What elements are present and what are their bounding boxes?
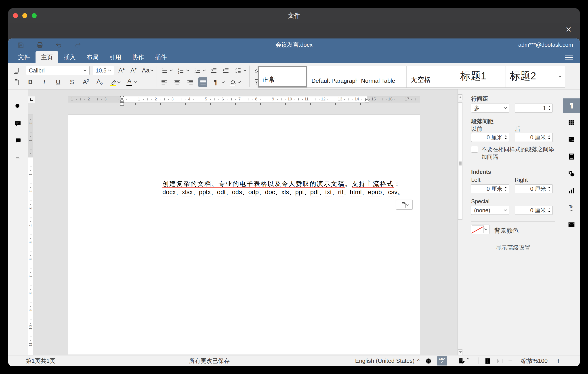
- style-heading2[interactable]: 标题2: [506, 66, 555, 88]
- chart-settings-icon[interactable]: [563, 183, 580, 198]
- bullets-chevron-icon[interactable]: [169, 69, 173, 72]
- save-icon[interactable]: [17, 42, 24, 48]
- align-left-icon[interactable]: [159, 77, 168, 87]
- tab-collaboration[interactable]: 协作: [127, 51, 149, 63]
- font-color-icon[interactable]: A: [126, 78, 133, 87]
- numbering-icon[interactable]: [176, 66, 185, 75]
- spacing-before-input[interactable]: 0 厘米: [471, 133, 509, 142]
- increase-indent-icon[interactable]: [221, 66, 230, 75]
- spacing-after-input[interactable]: 0 厘米: [515, 133, 553, 142]
- superscript-icon[interactable]: A2: [81, 77, 90, 87]
- multilevel-list-icon[interactable]: [193, 66, 201, 75]
- indent-marker-left[interactable]: [120, 96, 124, 107]
- numbering-chevron-icon[interactable]: [186, 69, 189, 72]
- scroll-up-icon[interactable]: [458, 94, 462, 100]
- style-no-spacing[interactable]: 无空格: [407, 66, 456, 88]
- vertical-ruler[interactable]: 211234567891011: [28, 115, 33, 355]
- tab-home[interactable]: 主页: [35, 51, 58, 63]
- shading-icon[interactable]: [229, 78, 236, 87]
- nonprinting-characters-icon[interactable]: ¶: [211, 77, 220, 87]
- tab-stop-selector[interactable]: [28, 96, 35, 103]
- background-color-picker[interactable]: [471, 225, 490, 234]
- highlight-color-icon[interactable]: [109, 78, 117, 87]
- bullets-icon[interactable]: [159, 66, 168, 75]
- scroll-down-icon[interactable]: [458, 349, 462, 355]
- view-settings-icon[interactable]: [565, 55, 573, 60]
- highlight-color-chevron-icon[interactable]: [117, 81, 121, 83]
- document-page[interactable]: 创建复杂的文档、专业的电子表格以及令人赞叹的演示文稿。支持主流格式： docx、…: [68, 115, 420, 355]
- copy-icon[interactable]: [11, 66, 20, 75]
- no-spacing-between-checkbox[interactable]: [471, 146, 478, 153]
- fit-width-icon[interactable]: [496, 357, 503, 364]
- style-heading1[interactable]: 标题1: [456, 66, 506, 88]
- underline-icon[interactable]: U: [54, 77, 63, 87]
- language-selector[interactable]: English (United States): [355, 357, 415, 364]
- track-changes-chevron-icon[interactable]: [466, 357, 473, 364]
- print-icon[interactable]: [36, 42, 43, 48]
- comments-icon[interactable]: [14, 120, 22, 128]
- paste-icon[interactable]: [11, 77, 20, 87]
- set-language-globe-icon[interactable]: [425, 357, 432, 364]
- bold-icon[interactable]: B: [26, 77, 35, 87]
- align-right-icon[interactable]: [185, 77, 194, 87]
- line-spacing-icon[interactable]: [233, 66, 242, 75]
- text-segment: 、: [259, 188, 265, 196]
- font-name-select[interactable]: Calibri: [26, 66, 90, 75]
- search-icon[interactable]: [14, 103, 22, 110]
- paste-options-button[interactable]: [396, 200, 413, 209]
- style-default-paragraph[interactable]: Default Paragraph: [307, 66, 357, 88]
- spellcheck-icon[interactable]: ABC✓: [437, 356, 447, 365]
- image-settings-icon[interactable]: [563, 132, 580, 147]
- tab-file[interactable]: 文件: [13, 51, 35, 63]
- vertical-scrollbar[interactable]: [458, 89, 463, 355]
- line-spacing-chevron-icon[interactable]: [243, 69, 247, 72]
- shape-settings-icon[interactable]: [563, 166, 580, 181]
- ribbon-toolbar: Calibri 10.5 A▲ A▼ Aa B I U S A2 A2: [8, 63, 580, 89]
- special-amount-input[interactable]: 0 厘米: [515, 206, 553, 215]
- styles-gallery-expand-icon[interactable]: [555, 66, 565, 88]
- shading-chevron-icon[interactable]: [238, 81, 241, 83]
- change-case-icon[interactable]: Aa: [141, 66, 154, 75]
- chat-icon[interactable]: [14, 137, 22, 144]
- textart-settings-icon[interactable]: [563, 200, 580, 215]
- font-size-select[interactable]: 10.5: [93, 66, 114, 75]
- indent-marker-right[interactable]: [364, 99, 369, 103]
- zoom-out-button[interactable]: −: [508, 357, 513, 364]
- align-justify-icon[interactable]: [198, 77, 207, 87]
- tab-references[interactable]: 引用: [104, 51, 127, 63]
- mail-merge-settings-icon[interactable]: [563, 217, 580, 232]
- close-icon[interactable]: ✕: [564, 25, 574, 34]
- strikethrough-icon[interactable]: S: [67, 77, 76, 87]
- special-select[interactable]: (none): [471, 206, 509, 215]
- header-footer-settings-icon[interactable]: [563, 149, 580, 164]
- multilevel-chevron-icon[interactable]: [203, 69, 206, 72]
- align-center-icon[interactable]: [172, 77, 181, 87]
- show-advanced-settings-link[interactable]: 显示高级设置: [463, 244, 563, 252]
- scrollbar-thumb[interactable]: [458, 102, 462, 220]
- indent-right-input[interactable]: 0 厘米: [515, 184, 553, 193]
- table-settings-icon[interactable]: [563, 115, 580, 130]
- style-normal-table[interactable]: Normal Table: [357, 66, 407, 88]
- font-color-chevron-icon[interactable]: [134, 81, 137, 83]
- undo-icon[interactable]: [55, 42, 62, 48]
- tab-insert[interactable]: 插入: [58, 51, 81, 63]
- nonprinting-chevron-icon[interactable]: [221, 81, 225, 83]
- indent-left-input[interactable]: 0 厘米: [471, 184, 509, 193]
- fit-page-icon[interactable]: [484, 357, 491, 364]
- navigation-icon[interactable]: [14, 154, 22, 162]
- increase-font-icon[interactable]: A▲: [117, 66, 126, 75]
- line-spacing-amount-input[interactable]: 1: [515, 104, 553, 112]
- decrease-indent-icon[interactable]: [209, 66, 218, 75]
- zoom-in-button[interactable]: +: [556, 357, 560, 364]
- page-info[interactable]: 第1页共1页: [26, 357, 55, 365]
- italic-icon[interactable]: I: [40, 77, 49, 87]
- line-spacing-select[interactable]: 多: [471, 104, 509, 112]
- decrease-font-icon[interactable]: A▼: [129, 66, 138, 75]
- track-changes-icon[interactable]: [458, 357, 465, 364]
- redo-icon[interactable]: [74, 42, 81, 48]
- tab-layout[interactable]: 布局: [81, 51, 104, 63]
- paragraph-settings-icon[interactable]: ¶: [563, 99, 580, 113]
- subscript-icon[interactable]: A2: [95, 77, 104, 87]
- style-normal[interactable]: 正常: [258, 66, 307, 88]
- tab-plugins[interactable]: 插件: [149, 51, 172, 63]
